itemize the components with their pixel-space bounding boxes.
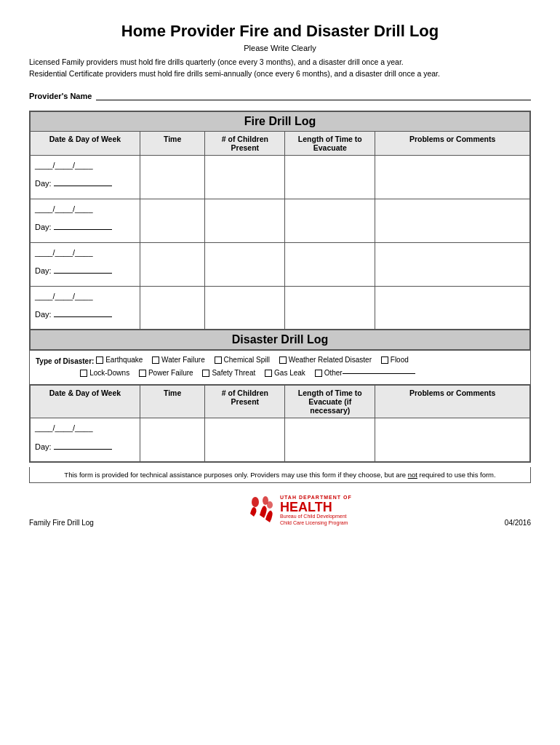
fire-problems-cell-1[interactable] (375, 155, 530, 199)
disaster-type-row: Type of Disaster: Earthquake Water Failu… (29, 351, 531, 385)
fire-children-cell-4[interactable] (205, 286, 285, 330)
footer-right-label: 04/2016 (505, 519, 531, 527)
fire-children-cell-3[interactable] (205, 242, 285, 286)
disaster-col-children: # of Children Present (205, 386, 285, 418)
utah-program-label: Child Care Licensing Program (280, 520, 352, 526)
disaster-children-cell-1[interactable] (205, 418, 285, 462)
table-row: ____/____/____ Day: (30, 155, 530, 199)
checkbox-lockdowns[interactable]: Lock-Downs (80, 367, 129, 379)
checkbox-gas-leak[interactable]: Gas Leak (265, 367, 305, 379)
fire-length-cell-1[interactable] (285, 155, 375, 199)
utah-logo-icon (247, 495, 276, 527)
fire-problems-cell-2[interactable] (375, 199, 530, 242)
fire-col-time: Time (140, 131, 204, 155)
checkbox-weather[interactable]: Weather Related Disaster (279, 354, 372, 366)
checkbox-earthquake[interactable]: Earthquake (96, 354, 143, 366)
footer-note: This form is provided for technical assi… (29, 467, 531, 483)
disaster-col-date: Date & Day of Week (30, 386, 140, 418)
utah-bureau-label: Bureau of Child Development (280, 514, 352, 519)
checkbox-safety-threat[interactable]: Safety Threat (202, 367, 255, 379)
fire-time-cell-1[interactable] (140, 155, 204, 199)
fire-children-cell-2[interactable] (205, 199, 285, 242)
disaster-col-time: Time (140, 386, 204, 418)
table-row: ____/____/____ Day: (30, 418, 530, 462)
checkbox-chemical-spill[interactable]: Chemical Spill (215, 354, 270, 366)
disaster-col-problems: Problems or Comments (375, 386, 530, 418)
fire-date-cell-1[interactable]: ____/____/____ Day: (30, 155, 140, 199)
page-title: Home Provider Fire and Disaster Drill Lo… (29, 22, 531, 41)
fire-problems-cell-4[interactable] (375, 286, 530, 330)
svg-point-2 (267, 501, 273, 509)
fire-col-date: Date & Day of Week (30, 131, 140, 155)
svg-point-0 (252, 497, 259, 507)
disaster-drill-table: Date & Day of Week Time # of Children Pr… (29, 385, 531, 463)
instructions: Licensed Family providers must hold fire… (29, 57, 531, 80)
fire-problems-cell-3[interactable] (375, 242, 530, 286)
fire-col-children: # of Children Present (205, 131, 285, 155)
table-row: ____/____/____ Day: (30, 242, 530, 286)
fire-time-cell-3[interactable] (140, 242, 204, 286)
checkbox-other[interactable]: Other (315, 367, 415, 379)
checkbox-power-failure[interactable]: Power Failure (139, 367, 193, 379)
provider-name-label: Provider's Name (29, 92, 92, 100)
disaster-type-label: Type of Disaster: (36, 357, 94, 365)
table-row: ____/____/____ Day: (30, 199, 530, 242)
table-row: ____/____/____ Day: (30, 286, 530, 330)
page-footer: Family Fire Drill Log UTAH DEPARTMENT OF… (29, 495, 531, 527)
fire-col-length: Length of Time to Evacuate (285, 131, 375, 155)
fire-date-cell-4[interactable]: ____/____/____ Day: (30, 286, 140, 330)
disaster-drill-header: Disaster Drill Log (30, 330, 530, 350)
fire-time-cell-2[interactable] (140, 199, 204, 242)
fire-drill-header: Fire Drill Log (30, 111, 530, 132)
fire-drill-table: Fire Drill Log Date & Day of Week Time #… (29, 111, 531, 351)
disaster-col-length: Length of Time to Evacuate (if necessary… (285, 386, 375, 418)
fire-length-cell-3[interactable] (285, 242, 375, 286)
disaster-section-header-row: Disaster Drill Log (30, 330, 530, 350)
utah-logo-text: UTAH DEPARTMENT OF HEALTH Bureau of Chil… (280, 495, 352, 526)
fire-time-cell-4[interactable] (140, 286, 204, 330)
footer-left-label: Family Fire Drill Log (29, 519, 94, 527)
fire-date-cell-3[interactable]: ____/____/____ Day: (30, 242, 140, 286)
utah-logo-area: UTAH DEPARTMENT OF HEALTH Bureau of Chil… (247, 495, 352, 527)
fire-col-problems: Problems or Comments (375, 131, 530, 155)
disaster-date-cell-1[interactable]: ____/____/____ Day: (30, 418, 140, 462)
fire-children-cell-1[interactable] (205, 155, 285, 199)
fire-length-cell-2[interactable] (285, 199, 375, 242)
provider-name-row: Provider's Name (29, 90, 531, 100)
checkbox-water-failure[interactable]: Water Failure (152, 354, 205, 366)
checkbox-flood[interactable]: Flood (381, 354, 409, 366)
utah-health-label: HEALTH (280, 501, 352, 514)
fire-date-cell-2[interactable]: ____/____/____ Day: (30, 199, 140, 242)
fire-length-cell-4[interactable] (285, 286, 375, 330)
disaster-time-cell-1[interactable] (140, 418, 204, 462)
disaster-length-cell-1[interactable] (285, 418, 375, 462)
provider-name-line[interactable] (96, 90, 531, 100)
disaster-problems-cell-1[interactable] (375, 418, 530, 462)
subtitle: Please Write Clearly (29, 44, 531, 52)
